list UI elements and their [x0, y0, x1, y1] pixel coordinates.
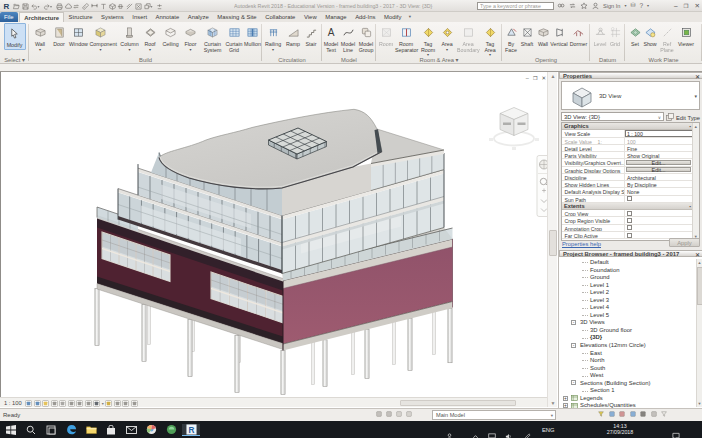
property-value[interactable]: 1 : 100 — [625, 130, 699, 136]
pen-icon[interactable] — [524, 426, 531, 438]
cloud-icon[interactable] — [65, 3, 72, 10]
drag-cursor-icon[interactable] — [640, 411, 646, 417]
tab-modify[interactable]: Modify — [380, 12, 406, 22]
redo-icon-dropdown[interactable]: ▾ — [50, 3, 54, 10]
tab-file[interactable]: File — [0, 12, 18, 22]
properties-help-link[interactable]: Properties help — [562, 241, 601, 247]
help-dropdown-icon[interactable]: ▾ — [647, 1, 649, 12]
chevron-up-icon[interactable] — [472, 426, 479, 438]
print-icon[interactable] — [56, 3, 63, 10]
ribbon-button-floor[interactable]: Floor▾ — [180, 23, 202, 51]
tree-item-foundation[interactable]: Foundation — [559, 266, 702, 274]
ribbon-button-tag-area[interactable]: Tag Area▾ — [479, 23, 501, 56]
circle-icon[interactable] — [651, 411, 657, 417]
exchange-icon[interactable] — [569, 1, 576, 12]
scroll-down-arrow[interactable]: ▼ — [549, 400, 557, 406]
button-dropdown-icon[interactable]: ▾ — [180, 48, 202, 51]
tree-item-sections-building-section-[interactable]: -Sections (Building Section) — [559, 379, 702, 387]
property-value[interactable]: None — [625, 188, 699, 194]
ribbon-button-area[interactable]: Area▾ — [436, 23, 458, 51]
button-dropdown-icon[interactable]: ▾ — [479, 53, 501, 56]
store-icon[interactable] — [102, 424, 120, 436]
network-icon[interactable] — [488, 426, 496, 438]
tab-add-ins[interactable]: Add-Ins — [351, 12, 380, 22]
ribbon-button-dormer[interactable]: Dormer — [568, 23, 590, 48]
tree-item-level-4[interactable]: Level 4 — [559, 304, 702, 312]
view-props-icon[interactable] — [114, 400, 121, 407]
drawing-area[interactable]: – ❐ ✕ — [0, 72, 547, 397]
thin-lines-icon[interactable] — [126, 3, 133, 10]
clock[interactable]: 14:13 27/09/2018 — [598, 423, 642, 436]
redo-icon[interactable] — [43, 3, 50, 10]
switch-windows-icon[interactable] — [144, 3, 151, 10]
restore-button[interactable]: ❐ — [684, 2, 689, 10]
flag-icon[interactable] — [630, 411, 636, 417]
button-dropdown-icon[interactable]: ▾ — [119, 48, 141, 51]
section-header-graphics[interactable]: Graphics▪▲ — [562, 123, 699, 130]
collapse-icon[interactable]: - — [571, 320, 576, 325]
worksets-icon[interactable] — [376, 411, 382, 417]
ribbon-button-grid[interactable]: Grid — [604, 23, 626, 48]
language-indicator[interactable]: ENG — [542, 427, 555, 433]
apply-button[interactable]: Apply — [669, 238, 700, 247]
main-model-dropdown[interactable]: ▾ — [551, 413, 553, 418]
button-dropdown-icon[interactable]: ▾ — [262, 48, 284, 51]
tab-massing-site[interactable]: Massing & Site — [213, 12, 261, 22]
ribbon-button-room-separator[interactable]: Room Separator — [395, 23, 417, 53]
tree-item-level-1[interactable]: Level 1 — [559, 281, 702, 289]
vertical-scroll-thumb[interactable] — [549, 230, 557, 256]
grid-icon[interactable] — [406, 411, 412, 417]
button-dropdown-icon[interactable]: ▾ — [90, 48, 112, 51]
undo-icon[interactable] — [31, 3, 38, 10]
ribbon-button-curtain-system[interactable]: Curtain System — [202, 23, 224, 53]
transfer-icon[interactable] — [73, 3, 80, 10]
view-close-button[interactable]: ✕ — [541, 75, 546, 81]
design-options-icon[interactable] — [386, 411, 392, 417]
ribbon-button-viewer[interactable]: Viewer — [675, 23, 697, 48]
analytical-icon[interactable] — [122, 400, 129, 407]
tree-item--3d-[interactable]: {3D} — [559, 334, 702, 342]
properties-close-icon[interactable]: ✕ — [695, 73, 700, 80]
hide-isolate-icon[interactable] — [93, 400, 100, 407]
explorer-icon[interactable] — [82, 424, 100, 436]
rendering-icon[interactable] — [59, 400, 66, 407]
search-icon[interactable] — [557, 1, 565, 12]
section-header-extents[interactable]: Extents▪▲ — [562, 203, 699, 210]
visual-style-icon[interactable] — [34, 400, 41, 407]
3d-view-icon[interactable] — [109, 3, 116, 10]
vcb-dropdown-icon[interactable]: ▾ — [102, 401, 104, 406]
customize-icon[interactable] — [156, 3, 163, 10]
tab-architecture[interactable]: Architecture — [19, 12, 64, 22]
detail-level-icon[interactable] — [25, 400, 32, 407]
dropdown-icon[interactable]: ▾ — [624, 1, 626, 12]
tree-item-ground[interactable]: Ground — [559, 274, 702, 282]
crop-icon[interactable] — [68, 400, 75, 407]
checkbox[interactable] — [627, 225, 632, 230]
button-dropdown-icon[interactable]: ▾ — [436, 48, 458, 51]
edit-button[interactable]: Edit... — [626, 167, 691, 172]
tree-item-default[interactable]: Default — [559, 259, 702, 267]
text-icon[interactable] — [100, 3, 107, 10]
property-value[interactable] — [625, 217, 699, 223]
tab-collaborate[interactable]: Collaborate — [261, 12, 300, 22]
viewcube[interactable] — [489, 107, 539, 150]
property-value[interactable]: Edit... — [625, 167, 699, 173]
browser-icon[interactable] — [142, 424, 160, 436]
ribbon-button-roof[interactable]: Roof▾ — [139, 23, 161, 51]
revit-icon[interactable]: R — [182, 424, 200, 436]
navigation-bar[interactable] — [537, 155, 547, 216]
property-value[interactable] — [625, 196, 699, 202]
shadows-icon[interactable] — [51, 400, 58, 407]
measure-icon[interactable] — [82, 3, 89, 10]
tree-item-level-2[interactable]: Level 2 — [559, 289, 702, 297]
task-view-icon[interactable] — [42, 424, 60, 436]
type-dropdown-icon[interactable]: ▾ — [694, 93, 697, 99]
search-input[interactable] — [477, 2, 554, 11]
editable-filter-icon[interactable] — [598, 411, 604, 417]
tab-annotate[interactable]: Annotate — [151, 12, 183, 22]
view-scale-button[interactable]: 1 : 100 — [4, 400, 22, 406]
sign-in-label[interactable]: Sign In — [603, 1, 620, 12]
reveal-icon[interactable] — [105, 400, 112, 407]
star-icon[interactable] — [580, 1, 588, 12]
property-value[interactable] — [625, 225, 699, 231]
